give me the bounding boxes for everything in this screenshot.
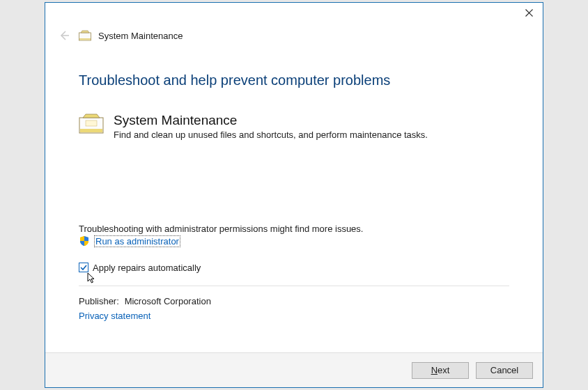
troubleshooter-name: System Maintenance [98,31,183,41]
svg-rect-4 [79,38,91,40]
tool-info-row: System Maintenance Find and clean up unu… [79,114,509,140]
admin-hint-text: Troubleshooting with administrator permi… [79,224,509,234]
maintenance-small-icon [79,30,91,41]
publisher-row: Publisher: Microsoft Corporation [79,296,509,306]
apply-repairs-checkbox[interactable] [79,263,88,272]
next-button[interactable]: Next [412,362,469,379]
publisher-label: Publisher: [79,296,122,306]
page-heading: Troubleshoot and help prevent computer p… [79,72,509,88]
cursor-icon [87,272,97,285]
shield-icon [79,235,90,247]
close-button[interactable] [515,3,543,22]
button-bar: Next Cancel [45,352,543,387]
tool-title: System Maintenance [114,114,428,128]
svg-rect-7 [86,120,97,126]
run-as-admin-row: Run as administrator [79,235,509,247]
close-icon [525,9,533,17]
checkmark-icon [80,264,87,271]
cancel-button[interactable]: Cancel [476,362,533,379]
publisher-value: Microsoft Corporation [125,296,211,306]
privacy-statement-link[interactable]: Privacy statement [79,311,509,321]
maintenance-icon [79,114,104,134]
troubleshooter-dialog: System Maintenance Troubleshoot and help… [45,2,543,388]
tool-description: Find and clean up unused files and short… [114,130,428,140]
run-as-admin-link[interactable]: Run as administrator [94,235,180,247]
apply-repairs-label: Apply repairs automatically [93,263,201,273]
titlebar [45,3,543,26]
header-row: System Maintenance [45,26,543,45]
back-button [56,28,72,43]
svg-rect-6 [80,129,102,132]
apply-repairs-row: Apply repairs automatically [79,263,509,273]
back-arrow-icon [58,29,70,42]
content-area: Troubleshoot and help prevent computer p… [45,45,543,352]
divider [79,286,509,286]
